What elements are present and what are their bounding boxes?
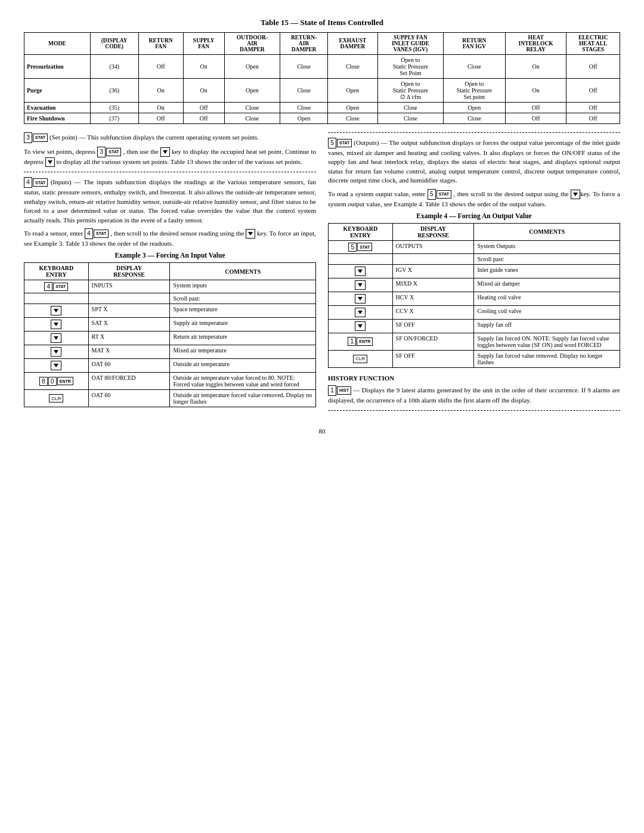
- key-5b: 5: [428, 189, 436, 200]
- code-purge: (36): [90, 79, 138, 103]
- divider1: [24, 172, 316, 172]
- key-1b: 1: [328, 385, 336, 396]
- key-down10: [355, 308, 366, 317]
- col-outdoor-air: OUTDOOR-AIRDAMPER: [224, 33, 280, 55]
- key-down-arrow2: [45, 157, 55, 167]
- key-down1: [51, 306, 61, 315]
- mode-evacuation: Evacuation: [24, 103, 91, 113]
- right-column: 5STAT (Outputs) — The output subfunction…: [328, 132, 620, 416]
- col-exhaust: EXHAUSTDAMPER: [327, 33, 377, 55]
- key-down5: [51, 361, 61, 370]
- ex3-row: RT X Return air temperature: [24, 332, 316, 345]
- ex3-key-4stat: 4STAT: [24, 280, 89, 293]
- key-stat5: STAT: [337, 139, 352, 147]
- state-table: MODE (DISPLAYCODE) RETURNFAN SUPPLYFAN O…: [24, 32, 620, 124]
- key-5: 5: [328, 138, 336, 148]
- ex3-display-inputs: INPUTS: [88, 280, 170, 293]
- key-down4: [51, 347, 61, 357]
- col-return-air: RETURN-AIRDAMPER: [280, 33, 328, 55]
- key-down2: [51, 320, 61, 329]
- code-fire-shutdown: (37): [90, 113, 138, 124]
- page-number: 80: [24, 428, 620, 435]
- left-column: 3STAT (Set point) — This subfunction dis…: [24, 132, 316, 416]
- ex4-row: 1 ENTR SF ON/FORCED Supply fan forced ON…: [329, 333, 620, 350]
- ex4-row: MIXD X Mixed air damper: [329, 278, 620, 292]
- key-3b: 3: [97, 147, 106, 157]
- key-down8: [355, 280, 366, 290]
- ex3-row: 4STAT INPUTS System inputs: [24, 280, 316, 293]
- key-down11: [355, 321, 366, 331]
- setpoint-para2: To view set points, depress 3STAT , then…: [24, 147, 316, 167]
- key-stat4: STAT: [94, 230, 109, 238]
- key-entr: ENTR: [57, 377, 73, 385]
- outputs-para: 5STAT (Outputs) — The output subfunction…: [328, 138, 620, 185]
- key-stat6: STAT: [436, 190, 451, 199]
- divider2: [328, 132, 620, 133]
- table-row: Pressurization (34) Off On Open Close Cl…: [24, 55, 620, 79]
- example4-table: KEYBOARDENTRY DISPLAYRESPONSE COMMENTS 5…: [328, 223, 620, 368]
- ex4-row: SF OFF Supply fan off: [329, 319, 620, 333]
- key-down9: [355, 294, 366, 304]
- divider3: [328, 410, 620, 411]
- table-row: Evacuation (35) On Off Close Close Open …: [24, 103, 620, 113]
- col-display-code: (DISPLAYCODE): [90, 33, 138, 55]
- key-down3: [51, 333, 61, 343]
- key-entr2: ENTR: [357, 337, 373, 346]
- ex4-row: CLR SF OFF Supply fan forced value remov…: [329, 350, 620, 367]
- col-elec-heat: ELECTRICHEAT ALLSTAGES: [566, 33, 620, 55]
- ex4-row: IGV X Inlet guide vanes: [329, 264, 620, 278]
- mode-purge: Purge: [24, 79, 91, 103]
- key-stat2: STAT: [106, 148, 121, 156]
- ex4-col-comments: COMMENTS: [474, 223, 620, 240]
- col-heat-relay: HEATINTERLOCKRELAY: [505, 33, 566, 55]
- ex3-row: Scroll past:: [24, 293, 316, 304]
- key-down-arrow3: [246, 229, 255, 239]
- key-0: 0: [48, 377, 57, 386]
- key-clr2: CLR: [353, 355, 367, 363]
- ex3-comment-inputs: System inputs: [170, 280, 316, 293]
- ex3-row: SPT X Space temperature: [24, 304, 316, 318]
- key-3: 3: [24, 132, 32, 143]
- ex4-row: CCV X Cooling coil valve: [329, 305, 620, 319]
- col-supply-igv: SUPPLY FANINLET GUIDEVANES (IGV): [377, 33, 443, 55]
- col-supply-fan: SUPPLYFAN: [183, 33, 224, 55]
- key-down7: [355, 267, 366, 276]
- col-mode: MODE: [24, 33, 91, 55]
- example3-title: Example 3 — Forcing An Input Value: [24, 252, 316, 259]
- code-evacuation: (35): [90, 103, 138, 113]
- inputs-para: 4STAT (Inputs) — The inputs subfunction …: [24, 177, 316, 225]
- ex3-row: SAT X Supply air temperature: [24, 318, 316, 332]
- key-stat7: STAT: [357, 243, 372, 251]
- example4-title: Example 4 — Forcing An Output Value: [328, 212, 620, 219]
- key-stat3: STAT: [33, 178, 48, 187]
- ex3-row: OAT 60 Outside air temperature: [24, 359, 316, 373]
- ex3-col-keyboard: KEYBOARDENTRY: [24, 263, 89, 280]
- ex3-row: MAT X Mixed air temperature: [24, 345, 316, 359]
- key-stat: STAT: [33, 134, 48, 142]
- ex4-row: 5STAT OUTPUTS System Outputs: [329, 240, 620, 253]
- key-clr: CLR: [49, 394, 63, 402]
- setpoint-para: 3STAT (Set point) — This subfunction dis…: [24, 132, 316, 143]
- mode-pressurization: Pressurization: [24, 55, 91, 79]
- mode-fire-shutdown: Fire Shutdown: [24, 113, 91, 124]
- key-1: 1: [348, 337, 356, 346]
- ex4-col-keyboard: KEYBOARDENTRY: [329, 223, 393, 240]
- key-down6: [571, 190, 580, 199]
- ex3-col-display: DISPLAYRESPONSE: [88, 263, 170, 280]
- ex4-row: Scroll past:: [329, 253, 620, 264]
- page-title: Table 15 — State of Items Controlled: [24, 18, 620, 27]
- ex4-row: HCV X Heating coil valve: [329, 292, 620, 305]
- key-4b: 4: [85, 228, 93, 239]
- key-8: 8: [39, 377, 48, 386]
- ex3-row: 8 0 ENTR OAT 80/FORCED Outside air tempe…: [24, 373, 316, 390]
- example3-table: KEYBOARDENTRY DISPLAYRESPONSE COMMENTS 4…: [24, 262, 316, 407]
- col-return-fan: RETURNFAN: [138, 33, 183, 55]
- ex3-col-comments: COMMENTS: [170, 263, 316, 280]
- key-down-arrow: [160, 147, 170, 157]
- code-pressurization: (34): [90, 55, 138, 79]
- ex3-row: CLR OAT 60 Outside air temperature force…: [24, 390, 316, 407]
- history-title: HISTORY FUNCTION: [328, 374, 620, 383]
- ex4-col-display: DISPLAYRESPONSE: [392, 223, 474, 240]
- history-para: 1HIST — Displays the 9 latest alarms gen…: [328, 385, 620, 405]
- key-hist: HIST: [337, 386, 351, 395]
